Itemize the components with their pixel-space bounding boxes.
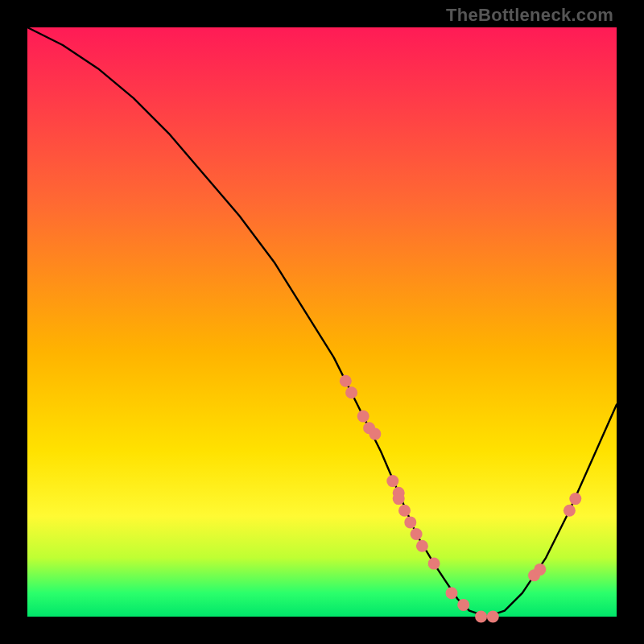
data-point bbox=[369, 428, 381, 440]
data-point bbox=[345, 386, 357, 398]
data-point bbox=[357, 411, 369, 423]
data-point bbox=[428, 558, 440, 570]
chart-svg bbox=[27, 27, 617, 617]
data-point bbox=[398, 505, 411, 517]
data-point bbox=[569, 493, 581, 505]
data-point bbox=[340, 375, 352, 387]
data-point bbox=[534, 564, 546, 576]
data-point bbox=[457, 599, 469, 611]
data-point bbox=[446, 587, 458, 599]
data-point bbox=[487, 611, 499, 623]
bottleneck-curve bbox=[27, 27, 617, 617]
data-point bbox=[404, 516, 416, 528]
chart-frame bbox=[27, 27, 617, 617]
data-point-group bbox=[340, 375, 582, 623]
data-point bbox=[475, 611, 487, 623]
data-point bbox=[416, 540, 428, 552]
watermark-text: TheBottleneck.com bbox=[446, 5, 613, 26]
data-point bbox=[564, 505, 576, 517]
data-point bbox=[386, 475, 398, 487]
data-point bbox=[411, 528, 423, 540]
data-point bbox=[393, 493, 405, 505]
